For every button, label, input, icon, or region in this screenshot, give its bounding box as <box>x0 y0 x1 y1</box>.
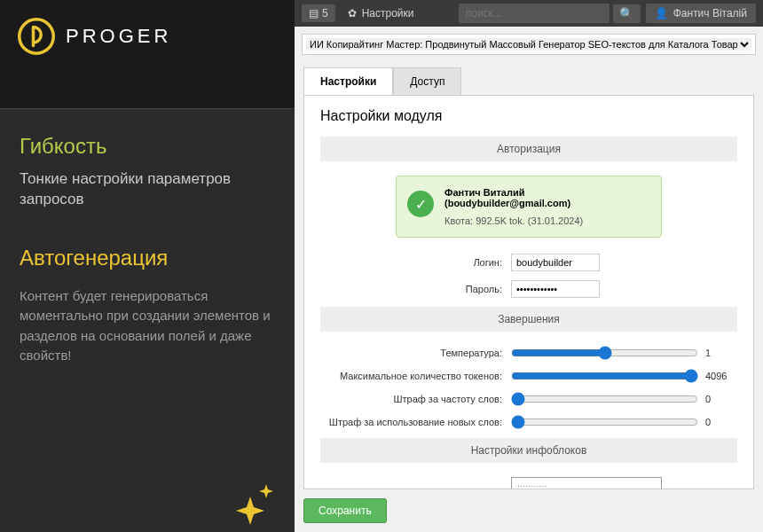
prespenalty-value: 0 <box>705 417 737 427</box>
brand-text: PROGER <box>66 25 171 48</box>
bell-icon: ▤ <box>309 7 319 20</box>
module-select-dropdown[interactable]: ИИ Копирайтинг Мастер: Продвинутый Массо… <box>306 38 751 51</box>
prespenalty-slider[interactable] <box>511 415 698 429</box>
notif-count: 5 <box>322 7 328 20</box>
search-icon: 🔍 <box>619 7 634 20</box>
user-name: Фантич Віталій <box>673 7 747 20</box>
check-icon: ✓ <box>407 191 434 217</box>
password-label: Пароль: <box>320 284 511 294</box>
save-button[interactable]: Сохранить <box>303 498 387 523</box>
section-iblocks: Настройки инфоблоков <box>320 438 737 463</box>
login-input[interactable] <box>511 254 600 271</box>
user-menu[interactable]: 👤 Фантич Віталій <box>646 4 756 23</box>
freqpenalty-value: 0 <box>705 394 737 404</box>
promo-heading-1: Гибкость <box>20 134 275 159</box>
list-item[interactable]: ··········· <box>512 478 661 489</box>
settings-panel: Настройки модуля Авторизация ✓ Фантич Ви… <box>303 95 754 489</box>
maxtokens-value: 4096 <box>705 371 737 381</box>
tabs: Настройки Доступ <box>295 67 763 95</box>
sparkles-icon <box>231 481 279 525</box>
admin-app: ▤ 5 ✿ Настройки 🔍 👤 Фантич Віталій ИИ Ко… <box>295 0 763 532</box>
panel-title: Настройки модуля <box>320 108 737 124</box>
temperature-slider[interactable] <box>511 346 698 360</box>
temperature-label: Температура: <box>320 348 511 358</box>
auth-status-box: ✓ Фантич Виталий (boudybuilder@gmail.com… <box>396 176 662 238</box>
promo-heading-2: Автогенерация <box>20 246 275 270</box>
module-selector[interactable]: ИИ Копирайтинг Мастер: Продвинутый Массо… <box>302 34 756 55</box>
freqpenalty-slider[interactable] <box>511 392 698 406</box>
promo-sidebar: PROGER Гибкость Тонкие настройки парамет… <box>0 0 295 532</box>
maxtokens-slider[interactable] <box>511 369 698 383</box>
temperature-value: 1 <box>705 348 737 358</box>
auth-user: Фантич Виталий (boudybuilder@gmail.com) <box>444 187 650 208</box>
svg-point-0 <box>20 20 54 54</box>
user-icon: 👤 <box>655 7 668 20</box>
freqpenalty-label: Штраф за частоту слов: <box>320 394 511 404</box>
proger-icon <box>18 18 55 55</box>
iblock-listbox[interactable]: ··········· Модуль маркет [69] Продукты … <box>511 477 662 489</box>
login-label: Логин: <box>320 257 511 268</box>
brand-logo: PROGER <box>0 0 295 109</box>
search-input[interactable] <box>459 4 610 23</box>
notifications-button[interactable]: ▤ 5 <box>302 4 335 22</box>
auth-quota: Квота: 992.5K tok. (31.01.2024) <box>444 215 650 226</box>
password-input[interactable] <box>511 280 600 298</box>
promo-text-2: Контент будет генерироваться моментально… <box>20 286 275 366</box>
save-bar: Сохранить <box>295 489 763 532</box>
maxtokens-label: Максимальное количество токенов: <box>320 371 511 381</box>
tab-access[interactable]: Доступ <box>393 67 461 95</box>
topbar: ▤ 5 ✿ Настройки 🔍 👤 Фантич Віталій <box>295 0 763 27</box>
prespenalty-label: Штраф за использование новых слов: <box>320 417 511 427</box>
tab-settings[interactable]: Настройки <box>303 67 393 95</box>
topbar-settings-link[interactable]: ✿ Настройки <box>341 7 421 20</box>
promo-text-1: Тонкие настройки параметров запросов <box>20 169 275 210</box>
section-auth: Авторизация <box>320 137 737 161</box>
iblock-list-label: Список инфоблоков: <box>320 477 511 489</box>
gear-icon: ✿ <box>348 7 357 20</box>
search-button[interactable]: 🔍 <box>613 4 641 23</box>
section-completions: Завершения <box>320 307 737 332</box>
